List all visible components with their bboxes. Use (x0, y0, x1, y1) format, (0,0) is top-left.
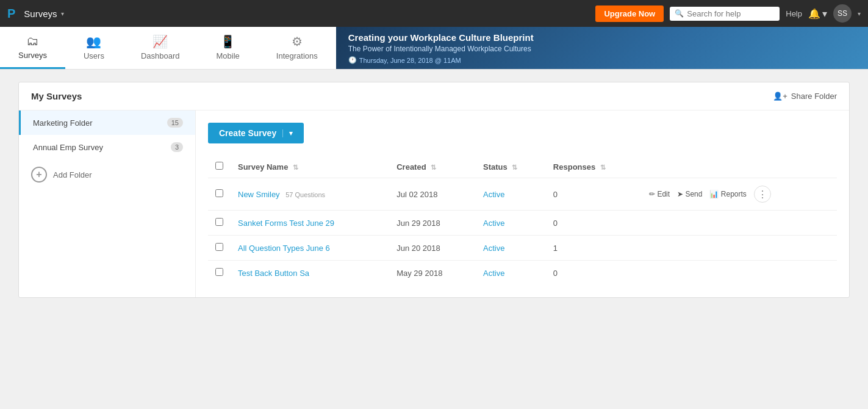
tab-bar: 🗂 Surveys 👥 Users 📈 Dashboard 📱 Mobile ⚙… (0, 27, 868, 70)
row-checkbox-cell-0[interactable] (208, 178, 231, 211)
card-header: My Surveys 👤+ Share Folder (19, 82, 849, 110)
sort-responses-icon: ⇅ (600, 164, 606, 171)
header-responses[interactable]: Responses ⇅ (546, 156, 642, 178)
card-title: My Surveys (31, 91, 82, 101)
app-name: Surveys (24, 9, 57, 19)
table-row: Test Back Button Sa May 29 2018 Active 0 (208, 261, 837, 286)
create-survey-label: Create Survey (219, 128, 276, 138)
edit-button-0[interactable]: ✏ Edit (649, 190, 670, 198)
row-status-cell-2[interactable]: Active (476, 236, 546, 261)
status-badge-1[interactable]: Active (483, 219, 504, 228)
row-created-cell-0: Jul 02 2018 (389, 178, 476, 211)
tab-integrations[interactable]: ⚙ Integrations (258, 27, 336, 69)
tab-dashboard[interactable]: 📈 Dashboard (123, 27, 198, 69)
share-icon: 👤+ (773, 92, 787, 101)
row-status-cell-3[interactable]: Active (476, 261, 546, 286)
row-checkbox-cell-1[interactable] (208, 211, 231, 236)
row-created-cell-3: May 29 2018 (389, 261, 476, 286)
row-name-cell-3: Test Back Button Sa (231, 261, 389, 286)
row-status-cell-0[interactable]: Active (476, 178, 546, 211)
row-checkbox-1[interactable] (215, 218, 223, 226)
tab-mobile[interactable]: 📱 Mobile (198, 27, 258, 69)
tab-users[interactable]: 👥 Users (65, 27, 123, 69)
row-name-cell-2: All Question Types June 6 (231, 236, 389, 261)
integrations-tab-label: Integrations (276, 51, 318, 60)
dashboard-tab-icon: 📈 (152, 34, 168, 49)
upgrade-now-button[interactable]: Upgrade Now (595, 5, 664, 22)
dashboard-tab-label: Dashboard (141, 51, 180, 60)
tab-surveys[interactable]: 🗂 Surveys (0, 27, 65, 69)
top-nav: P Surveys ▾ Upgrade Now 🔍 Help 🔔 ▾ SS ▾ (0, 0, 868, 27)
row-responses-cell-0: 0 (546, 178, 642, 211)
share-folder-button[interactable]: 👤+ Share Folder (773, 92, 837, 101)
search-input[interactable] (687, 9, 772, 18)
status-badge-3[interactable]: Active (483, 269, 504, 278)
promo-subtitle: The Power of Intentionally Managed Workp… (348, 45, 856, 53)
integrations-tab-icon: ⚙ (292, 34, 303, 49)
notifications-button[interactable]: 🔔 ▾ (808, 8, 827, 20)
sidebar-item-marketing[interactable]: Marketing Folder 15 (19, 110, 195, 135)
row-checkbox-3[interactable] (215, 268, 223, 276)
row-checkbox-cell-2[interactable] (208, 236, 231, 261)
survey-link-0[interactable]: New Smiley (238, 190, 280, 199)
select-all-checkbox[interactable] (215, 162, 223, 170)
row-actions-cell-2 (642, 236, 837, 261)
header-checkbox-col (208, 156, 231, 178)
header-actions (642, 156, 837, 178)
status-badge-0[interactable]: Active (483, 190, 504, 199)
add-folder-label: Add Folder (53, 170, 92, 179)
app-logo: P (7, 7, 15, 21)
send-button-0[interactable]: ➤ Send (677, 190, 702, 198)
surveys-tab-label: Surveys (18, 51, 47, 60)
user-avatar-button[interactable]: SS (833, 4, 852, 23)
add-folder-item[interactable]: + Add Folder (19, 159, 195, 190)
clock-icon: 🕐 (348, 56, 357, 64)
header-created[interactable]: Created ⇅ (389, 156, 476, 178)
users-tab-label: Users (84, 51, 104, 60)
mobile-tab-label: Mobile (217, 51, 240, 60)
promo-title: Creating your Workplace Culture Blueprin… (348, 32, 856, 44)
row-created-cell-2: Jun 20 2018 (389, 236, 476, 261)
table-header-row: Survey Name ⇅ Created ⇅ Status ⇅ (208, 156, 837, 178)
row-name-cell-1: Sanket Forms Test June 29 (231, 211, 389, 236)
search-box[interactable]: 🔍 (670, 7, 780, 21)
reports-button-0[interactable]: 📊 Reports (709, 190, 746, 198)
more-options-button-0[interactable]: ⋮ (754, 186, 771, 203)
sidebar-item-annual[interactable]: Annual Emp Survey 3 (19, 135, 195, 159)
create-survey-caret-icon[interactable]: ▾ (282, 129, 293, 137)
survey-link-2[interactable]: All Question Types June 6 (238, 244, 330, 253)
search-icon: 🔍 (675, 9, 684, 18)
row-actions-cell-1 (642, 211, 837, 236)
promo-time: 🕐 Thursday, June 28, 2018 @ 11AM (348, 56, 856, 64)
create-survey-button[interactable]: Create Survey ▾ (208, 123, 304, 143)
card-body: Marketing Folder 15 Annual Emp Survey 3 … (19, 110, 849, 297)
help-label: Help (786, 9, 802, 18)
promo-banner[interactable]: Creating your Workplace Culture Blueprin… (336, 27, 868, 69)
survey-link-3[interactable]: Test Back Button Sa (238, 269, 309, 278)
row-actions-0: ✏ Edit ➤ Send 📊 Reports ⋮ (649, 186, 830, 203)
row-status-cell-1[interactable]: Active (476, 211, 546, 236)
row-actions-cell-0: ✏ Edit ➤ Send 📊 Reports ⋮ (642, 178, 837, 211)
sidebar-folder-name-0: Marketing Folder (33, 118, 93, 128)
app-caret-icon: ▾ (61, 10, 64, 17)
questions-badge-0: 57 Questions (285, 191, 325, 198)
row-checkbox-0[interactable] (215, 189, 223, 197)
header-status[interactable]: Status ⇅ (476, 156, 546, 178)
surveys-table: Survey Name ⇅ Created ⇅ Status ⇅ (208, 156, 837, 285)
row-created-cell-1: Jun 29 2018 (389, 211, 476, 236)
table-row: Sanket Forms Test June 29 Jun 29 2018 Ac… (208, 211, 837, 236)
main-container: My Surveys 👤+ Share Folder Marketing Fol… (0, 70, 868, 310)
bell-icon: 🔔 (808, 8, 820, 20)
header-survey-name[interactable]: Survey Name ⇅ (231, 156, 389, 178)
row-checkbox-cell-3[interactable] (208, 261, 231, 286)
row-checkbox-2[interactable] (215, 243, 223, 251)
surveys-tab-icon: 🗂 (26, 34, 38, 48)
row-name-cell-0: New Smiley 57 Questions (231, 178, 389, 211)
share-folder-label: Share Folder (791, 92, 837, 101)
row-responses-cell-2: 1 (546, 236, 642, 261)
users-tab-icon: 👥 (86, 34, 101, 49)
survey-link-1[interactable]: Sanket Forms Test June 29 (238, 219, 334, 228)
status-badge-2[interactable]: Active (483, 244, 504, 253)
mobile-tab-icon: 📱 (220, 34, 235, 49)
app-switcher[interactable]: Surveys ▾ (24, 9, 63, 19)
